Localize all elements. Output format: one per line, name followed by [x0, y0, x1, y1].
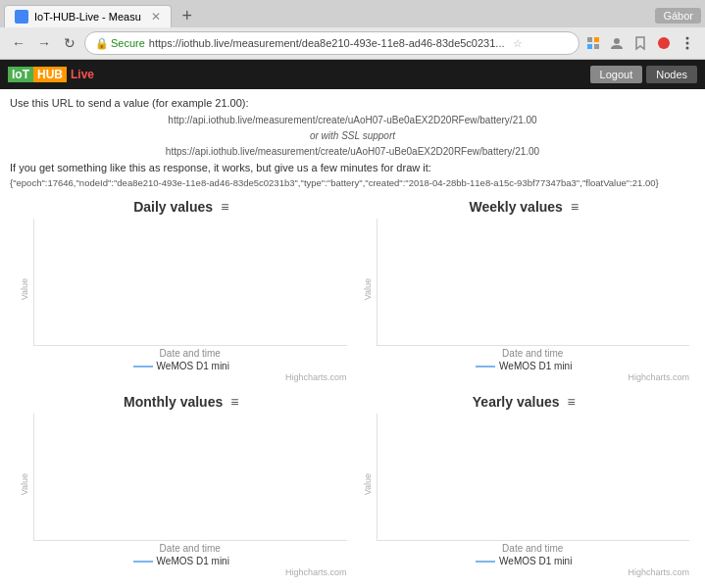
charts-grid: Daily values ≡ Value Date and time WeMOS…	[0, 191, 705, 581]
chart-yearly-x-label: Date and time	[377, 543, 690, 554]
reload-button[interactable]: ↻	[59, 32, 80, 54]
chart-yearly-svg	[378, 414, 690, 540]
response-text: {"epoch":17646,"nodeId":"dea8e210-493e-1…	[10, 176, 695, 189]
chart-daily-legend: WeMOS D1 mini	[16, 361, 347, 371]
chart-yearly-legend-line	[476, 561, 495, 563]
chart-monthly-legend-label: WeMOS D1 mini	[157, 556, 229, 566]
address-bar-row: ← → ↻ 🔒 Secure https://iothub.live/measu…	[0, 27, 705, 59]
nodes-button[interactable]: Nodes	[646, 66, 697, 83]
toolbar-icons	[583, 33, 697, 53]
chart-weekly: Weekly values ≡ Value Date and time WeMO…	[353, 191, 696, 386]
chart-daily-menu-icon[interactable]: ≡	[221, 199, 228, 215]
secure-label: Secure	[111, 37, 145, 49]
chart-daily-y-label: Value	[20, 278, 29, 300]
chart-yearly-header: Yearly values ≡	[359, 394, 690, 410]
chart-yearly: Yearly values ≡ Value Date and time WeMO…	[353, 386, 696, 581]
svg-rect-1	[594, 37, 599, 42]
active-tab[interactable]: IoT-HUB-Live - Measu ✕	[4, 5, 172, 27]
chart-daily-header: Daily values ≡	[16, 199, 347, 215]
logo-iot: IoT	[8, 67, 33, 82]
chart-monthly-legend-line	[133, 561, 153, 563]
info-section: Use this URL to send a value (for exampl…	[0, 89, 705, 191]
svg-point-6	[686, 37, 689, 40]
star-icon[interactable]: ☆	[513, 37, 523, 50]
chart-daily-legend-line	[133, 366, 153, 368]
chart-daily-title: Daily values	[133, 199, 213, 215]
secure-badge: 🔒 Secure	[95, 37, 145, 50]
app-icon-red[interactable]	[654, 33, 674, 53]
url1: http://api.iothub.live/measurement/creat…	[10, 113, 695, 128]
svg-point-8	[686, 47, 689, 50]
chart-weekly-svg	[378, 219, 690, 345]
tab-favicon	[15, 10, 28, 24]
tab-bar: IoT-HUB-Live - Measu ✕ + Gábor	[0, 0, 705, 27]
svg-point-7	[686, 42, 689, 45]
chart-yearly-legend: WeMOS D1 mini	[359, 556, 690, 566]
url-instruction: Use this URL to send a value (for exampl…	[10, 95, 695, 113]
chart-daily-plot	[33, 219, 347, 346]
chart-weekly-credit: Highcharts.com	[359, 372, 690, 382]
svg-rect-3	[594, 44, 599, 49]
chart-monthly-legend: WeMOS D1 mini	[16, 556, 347, 566]
address-bar[interactable]: 🔒 Secure https://iothub.live/measurement…	[84, 31, 579, 55]
menu-icon[interactable]	[678, 33, 697, 53]
chart-daily: Daily values ≡ Value Date and time WeMOS…	[10, 191, 353, 386]
chart-yearly-title: Yearly values	[473, 394, 560, 410]
new-tab-button[interactable]: +	[176, 4, 199, 27]
url-text: https://iothub.live/measurement/dea8e210…	[149, 37, 505, 49]
back-button[interactable]: ←	[8, 32, 29, 54]
extensions-icon[interactable]	[583, 33, 603, 53]
chart-yearly-menu-icon[interactable]: ≡	[568, 394, 576, 410]
svg-rect-2	[587, 44, 592, 49]
chart-weekly-header: Weekly values ≡	[359, 199, 690, 215]
response-label: If you get something like this as respon…	[10, 160, 695, 177]
chart-daily-legend-label: WeMOS D1 mini	[157, 361, 229, 371]
app-header: IoT HUB Live Logout Nodes	[0, 60, 705, 89]
chart-monthly: Monthly values ≡ Value Date and time WeM…	[10, 386, 353, 581]
chart-weekly-legend-line	[476, 366, 495, 368]
chart-weekly-legend: WeMOS D1 mini	[359, 361, 690, 371]
chart-daily-inner: Value Date and time	[16, 219, 347, 359]
svg-point-4	[614, 38, 620, 44]
chart-monthly-svg	[34, 414, 347, 540]
chart-weekly-y-label: Value	[363, 278, 373, 300]
chart-yearly-y-label: Value	[363, 473, 373, 495]
chart-yearly-y-axis: Value	[359, 414, 377, 554]
svg-rect-0	[587, 37, 592, 42]
chart-weekly-inner: Value Date and time	[359, 219, 690, 359]
chart-monthly-plot	[33, 414, 347, 541]
chart-weekly-legend-label: WeMOS D1 mini	[499, 361, 572, 371]
chart-monthly-inner: Value Date and time	[16, 414, 347, 554]
chart-yearly-plot	[377, 414, 690, 541]
lock-icon: 🔒	[95, 37, 109, 50]
user-badge: Gábor	[655, 8, 701, 24]
chart-monthly-y-axis: Value	[16, 414, 33, 554]
chart-monthly-y-label: Value	[20, 473, 29, 495]
chart-monthly-menu-icon[interactable]: ≡	[230, 394, 238, 410]
chart-daily-credit: Highcharts.com	[16, 372, 347, 382]
chart-weekly-x-label: Date and time	[377, 348, 690, 359]
browser-chrome: IoT-HUB-Live - Measu ✕ + Gábor ← → ↻ 🔒 S…	[0, 0, 705, 60]
chart-weekly-menu-icon[interactable]: ≡	[571, 199, 579, 215]
chart-daily-svg	[34, 219, 347, 345]
chart-monthly-credit: Highcharts.com	[16, 567, 347, 577]
account-icon[interactable]	[607, 33, 627, 53]
logo-live: Live	[71, 68, 94, 81]
chart-yearly-inner: Value Date and time	[359, 414, 690, 554]
forward-button[interactable]: →	[33, 32, 55, 54]
chart-daily-y-axis: Value	[16, 219, 33, 359]
chart-yearly-legend-label: WeMOS D1 mini	[499, 556, 572, 566]
logout-button[interactable]: Logout	[590, 66, 643, 83]
svg-point-5	[658, 37, 670, 49]
chart-monthly-x-label: Date and time	[33, 543, 347, 554]
tab-title: IoT-HUB-Live - Measu	[34, 11, 141, 23]
chart-weekly-title: Weekly values	[469, 199, 562, 215]
bookmark-icon[interactable]	[630, 33, 650, 53]
chart-monthly-header: Monthly values ≡	[16, 394, 347, 410]
ssl-label: or with SSL support	[10, 128, 695, 144]
chart-weekly-plot	[377, 219, 690, 346]
url2: https://api.iothub.live/measurement/crea…	[10, 144, 695, 160]
chart-yearly-credit: Highcharts.com	[359, 567, 690, 577]
chart-weekly-y-axis: Value	[359, 219, 377, 359]
tab-close-button[interactable]: ✕	[151, 10, 161, 24]
